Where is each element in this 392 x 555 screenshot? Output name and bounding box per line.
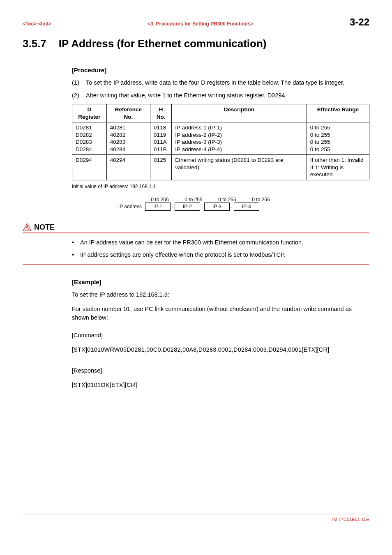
cell: 0 to 255 0 to 255 0 to 255 0 to 255 xyxy=(307,122,369,155)
response-label: [Response] xyxy=(72,366,369,375)
item-text: After writing that value, write 1 to the… xyxy=(86,91,286,100)
page: <Toc> <Ind> <3. Procedures for Setting P… xyxy=(0,0,392,534)
toc-link[interactable]: <Toc> xyxy=(23,21,37,27)
col-dreg: D Register xyxy=(72,104,107,122)
cell: D0281 D0282 D0283 D0284 xyxy=(72,122,107,155)
example-heading: [Example] xyxy=(72,279,369,286)
cell: If other than 1: Invalid If 1: Writing i… xyxy=(307,155,369,180)
cell: 40281 40282 40283 40284 xyxy=(106,122,150,155)
register-table: D Register Reference No. H No. Descripti… xyxy=(72,104,369,180)
cell: D0294 xyxy=(72,155,107,180)
section-title: 3.5.7 IP Address (for Ethernet communica… xyxy=(23,37,369,50)
cell: 40294 xyxy=(106,155,150,180)
col-desc: Description xyxy=(172,104,307,122)
header-row: <Toc> <Ind> <3. Procedures for Setting P… xyxy=(23,16,369,29)
note-block: NOTE xyxy=(23,223,369,233)
table-row: D0294 40294 0125 Ethernet writing status… xyxy=(72,155,369,180)
item-number: (1) xyxy=(72,78,86,87)
doc-id: IM 77C01E01-10E xyxy=(332,517,370,522)
item-text: To set the IP address, write data to the… xyxy=(86,78,344,87)
example-line: To set the IP address to 192.168.1.3: xyxy=(72,290,369,299)
note-bullet: IP address settings are only effective w… xyxy=(72,251,369,259)
header-center: <3. Procedures for Setting PR300 Functio… xyxy=(51,21,350,27)
example-line: For station number 01, use PC link commu… xyxy=(72,305,369,322)
ip-box-3: IP-3 xyxy=(204,203,230,211)
ip-range: 0 to 255 xyxy=(212,197,242,203)
ip-diagram: 0 to 255 0 to 255 0 to 255 0 to 255 IP a… xyxy=(113,197,369,211)
col-hno: H No. xyxy=(150,104,172,122)
ip-range: 0 to 255 xyxy=(246,197,276,203)
header-left: <Toc> <Ind> xyxy=(23,21,51,27)
cell: Ethernet writing status (D0281 to D0293 … xyxy=(172,155,307,180)
section-text: IP Address (for Ethernet communication) xyxy=(59,37,267,50)
content-block: [Procedure] (1) To set the IP address, w… xyxy=(72,67,369,211)
table-row: D0281 D0282 D0283 D0284 40281 40282 4028… xyxy=(72,122,369,155)
cell: 0125 xyxy=(150,155,172,180)
cell: 0118 0119 011A 011B xyxy=(150,122,172,155)
ip-range: 0 to 255 xyxy=(179,197,208,203)
item-number: (2) xyxy=(72,91,86,100)
ip-label: IP address xyxy=(113,204,142,210)
procedure-item: (2) After writing that value, write 1 to… xyxy=(72,91,369,100)
initial-value-note: Initial value of IP address: 192.168.1.1 xyxy=(72,184,369,189)
ip-box-1: IP-1 xyxy=(145,203,171,211)
command-label: [Command] xyxy=(72,331,369,340)
section-number: 3.5.7 xyxy=(23,37,46,50)
note-bullets: An IP address value can be set for the P… xyxy=(72,238,369,259)
ip-box-4: IP-4 xyxy=(234,203,259,211)
procedure-item: (1) To set the IP address, write data to… xyxy=(72,78,369,87)
procedure-heading: [Procedure] xyxy=(72,67,369,74)
table-header-row: D Register Reference No. H No. Descripti… xyxy=(72,104,369,122)
note-end-rule xyxy=(23,264,369,265)
ip-range: 0 to 255 xyxy=(145,197,175,203)
col-range: Effective Range xyxy=(307,104,369,122)
cell: IP address-1 (IP-1) IP address-2 (IP-2) … xyxy=(172,122,307,155)
note-header: NOTE xyxy=(23,223,369,233)
ind-link[interactable]: <Ind> xyxy=(38,21,51,27)
page-footer: IM 77C01E01-10E xyxy=(23,514,369,522)
example-block: [Example] To set the IP address to 192.1… xyxy=(72,279,369,389)
note-title: NOTE xyxy=(34,223,55,232)
command-text: [STX]01010WRW05D0281,00C0,D0282,00A8,D02… xyxy=(72,345,369,354)
response-text: [STX]0101OK[ETX][CR] xyxy=(72,381,369,389)
col-ref: Reference No. xyxy=(106,104,150,122)
warning-triangle-icon xyxy=(23,223,32,231)
page-number: 3-22 xyxy=(350,16,369,28)
note-bullet: An IP address value can be set for the P… xyxy=(72,238,369,246)
ip-box-2: IP-2 xyxy=(175,203,200,211)
